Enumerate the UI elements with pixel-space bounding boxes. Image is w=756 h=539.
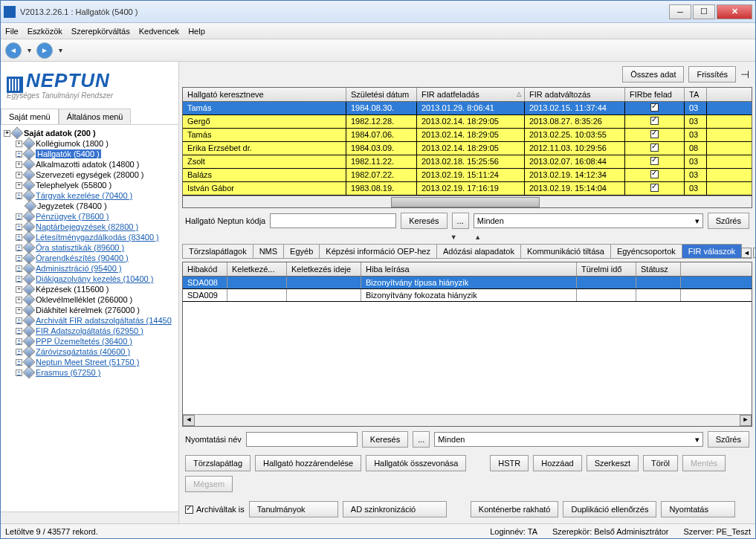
sub-tab[interactable]: FIR válaszok: [682, 244, 743, 258]
students-grid: Hallgató keresztneveSzületési dátumFIR a…: [182, 87, 752, 208]
column-header[interactable]: TA: [685, 88, 707, 101]
tree-item[interactable]: +Erasmus (67250 ): [2, 367, 177, 378]
column-header[interactable]: Keletkezé...: [227, 262, 287, 276]
tab-scroll-right[interactable]: ►: [753, 248, 755, 258]
hstr-button[interactable]: HSTR: [490, 455, 529, 471]
column-header[interactable]: Státusz: [636, 262, 681, 276]
table-row[interactable]: Gergő1982.12.28.2013.02.14. 18:29:052013…: [183, 115, 752, 129]
splitter[interactable]: ▼ ▲: [182, 233, 752, 241]
menu-role[interactable]: Szerepkörváltás: [71, 27, 130, 36]
back-button[interactable]: ◄: [5, 42, 22, 59]
sub-tab[interactable]: Egyéncsoportok: [610, 244, 682, 258]
tab-scroll-left[interactable]: ◄: [741, 248, 752, 258]
status-records: Letöltve 9 / 43577 rekord.: [5, 527, 98, 536]
column-header[interactable]: FIRbe felad: [625, 88, 685, 101]
print-name-input[interactable]: [246, 432, 358, 447]
studies-button[interactable]: Tanulmányok: [249, 501, 338, 517]
cancel-button[interactable]: Mégsem: [185, 476, 233, 492]
app-icon: [4, 6, 16, 18]
print-button[interactable]: Nyomtatás: [661, 501, 735, 517]
logo-icon: [7, 77, 23, 93]
forward-dropdown[interactable]: ▾: [56, 46, 65, 55]
sub-tab[interactable]: Egyéb: [283, 244, 320, 258]
table-row[interactable]: Tamás1984.08.30.2013.01.29. 8:06:412013.…: [183, 102, 752, 115]
table-row[interactable]: SDA008Bizonyítvány típusa hiányzik: [183, 277, 752, 289]
all-data-button[interactable]: Összes adat: [622, 66, 684, 83]
add-button[interactable]: Hozzáad: [533, 455, 581, 471]
pin-icon[interactable]: ⊣: [740, 68, 749, 80]
sub-tab[interactable]: Törzslapátlagok: [182, 244, 253, 258]
sub-tab[interactable]: Kommunikáció tiltása: [520, 244, 611, 258]
statusbar: Letöltve 9 / 43577 rekord. Loginnév: TA …: [1, 523, 755, 538]
table-row[interactable]: Erika Erzsébet dr.1984.03.09.2013.02.14.…: [183, 142, 752, 155]
tab-general-menu[interactable]: Általános menü: [59, 109, 132, 124]
search1-button[interactable]: Keresés: [401, 213, 447, 229]
search2-filter-button[interactable]: Szűrés: [708, 431, 749, 448]
delete-button[interactable]: Töröl: [643, 455, 678, 471]
search1-filter-button[interactable]: Szűrés: [708, 213, 749, 229]
column-header[interactable]: Születési dátum: [346, 88, 417, 101]
search1-filter-select[interactable]: Minden▾: [474, 213, 703, 228]
column-header[interactable]: Keletkezés ideje: [287, 262, 361, 276]
tree-item[interactable]: +Tárgyak kezelése (70400 ): [2, 190, 177, 201]
search2-more-button[interactable]: ...: [413, 431, 430, 448]
column-header[interactable]: Hiba leírása: [361, 262, 577, 276]
forward-button[interactable]: ►: [36, 42, 53, 59]
table-row[interactable]: István Gábor1983.08.19.2013.02.19. 17:16…: [183, 182, 752, 196]
errors-grid: HibakódKeletkezé...Keletkezés idejeHiba …: [182, 262, 752, 427]
logo-text: NEPTUN: [26, 69, 110, 91]
container-button[interactable]: Konténerbe rakható: [471, 501, 559, 517]
minimize-button[interactable]: ─: [669, 4, 691, 19]
titlebar: V2013.2.26.1 : Hallgatók (5400 ) ─ ☐ ✕: [1, 1, 755, 23]
tab-own-menu[interactable]: Saját menü: [1, 109, 59, 124]
column-header[interactable]: Türelmi idő: [577, 262, 636, 276]
close-button[interactable]: ✕: [717, 4, 752, 19]
status-role: Szerepkör: Belső Adminisztrátor: [552, 527, 669, 536]
search2-button[interactable]: Keresés: [362, 431, 408, 448]
column-header[interactable]: FIR adatfeladás△: [417, 88, 525, 101]
back-dropdown[interactable]: ▾: [25, 46, 33, 55]
logo: NEPTUN Egységes Tanulmányi Rendszer: [1, 62, 178, 104]
adsync-button[interactable]: AD szinkronizáció: [343, 501, 447, 517]
sub-tab[interactable]: NMS: [253, 244, 284, 258]
table-row[interactable]: Balázs1982.07.22.2013.02.19. 15:11:24201…: [183, 169, 752, 182]
sidebar-hscroll[interactable]: [1, 511, 178, 523]
table-row[interactable]: Zsolt1982.11.22.2013.02.18. 15:25:562013…: [183, 155, 752, 169]
grid-hscroll[interactable]: [183, 196, 752, 207]
torzslap-button[interactable]: Törzslapátlag: [185, 455, 251, 471]
column-header[interactable]: Hibakód: [183, 262, 227, 276]
sub-tab[interactable]: Képzési információ OEP-hez: [319, 244, 437, 258]
search2-label: Nyomtatási név: [185, 435, 242, 444]
sub-tab[interactable]: Adózási alapadatok: [436, 244, 521, 258]
menu-favorites[interactable]: Kedvencek: [139, 27, 179, 36]
search1-more-button[interactable]: ...: [452, 213, 469, 229]
refresh-button[interactable]: Frissítés: [688, 66, 736, 83]
sidebar: NEPTUN Egységes Tanulmányi Rendszer Sajá…: [1, 62, 179, 523]
status-server: Szerver: PE_Teszt: [684, 527, 751, 536]
menu-help[interactable]: Help: [188, 27, 205, 36]
status-login: Loginnév: TA: [490, 527, 537, 536]
tree: +Saját adatok (200 )+Kollégiumok (1800 )…: [1, 125, 178, 511]
search2-filter-select[interactable]: Minden▾: [434, 432, 702, 447]
maximize-button[interactable]: ☐: [693, 4, 715, 19]
neptun-code-input[interactable]: [270, 213, 396, 228]
save-button[interactable]: Mentés: [682, 455, 726, 471]
dup-check-button[interactable]: Duplikáció ellenőrzés: [563, 501, 656, 517]
column-header[interactable]: FIR adatváltozás: [525, 88, 625, 101]
menu-file[interactable]: File: [5, 27, 19, 36]
logo-subtitle: Egységes Tanulmányi Rendszer: [7, 91, 172, 100]
nav-toolbar: ◄ ▾ ► ▾: [1, 39, 755, 62]
assign-student-button[interactable]: Hallgató hozzárendelése: [255, 455, 361, 471]
merge-students-button[interactable]: Hallgatók összevonása: [366, 455, 466, 471]
main: Összes adat Frissítés ⊣ Hallgató kereszt…: [179, 62, 755, 523]
table-row[interactable]: Tamás1984.07.06.2013.02.14. 18:29:052013…: [183, 129, 752, 142]
errors-hscroll[interactable]: ◄►: [183, 414, 752, 426]
table-row[interactable]: SDA009Bizonyítvány fokozata hiányzik: [183, 289, 752, 302]
edit-button[interactable]: Szerkeszt: [587, 455, 639, 471]
column-header[interactable]: Hallgató keresztneve: [183, 88, 346, 101]
archived-checkbox[interactable]: Archiváltak is: [185, 505, 245, 514]
window-title: V2013.2.26.1 : Hallgatók (5400 ): [20, 7, 669, 16]
menu-tools[interactable]: Eszközök: [28, 27, 62, 36]
menubar: File Eszközök Szerepkörváltás Kedvencek …: [1, 23, 755, 39]
search1-label: Hallgató Neptun kódja: [185, 216, 265, 225]
